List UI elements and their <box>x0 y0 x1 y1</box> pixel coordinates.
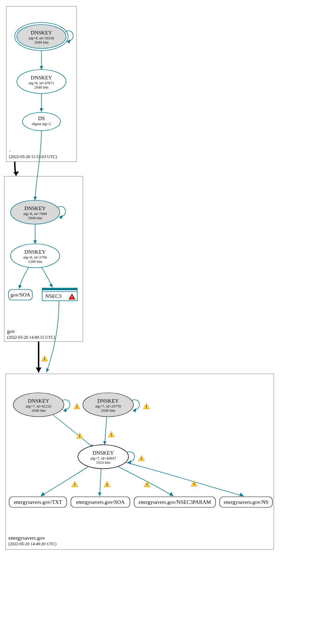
svg-marker-37 <box>36 367 41 372</box>
svg-text:DNSKEY: DNSKEY <box>93 450 114 456</box>
svg-text:digest alg=2: digest alg=2 <box>32 122 51 126</box>
svg-text:!: ! <box>79 434 80 438</box>
svg-text:2048 bits: 2048 bits <box>34 40 49 44</box>
svg-text:alg=8, id=47671: alg=8, id=47671 <box>29 81 54 85</box>
svg-text:2048 bits: 2048 bits <box>32 408 46 412</box>
svg-text:!: ! <box>193 482 195 486</box>
svg-marker-6 <box>40 66 43 70</box>
svg-text:!: ! <box>44 357 45 361</box>
warning-icon: ! <box>138 455 145 461</box>
edge-root-ksk-self <box>65 31 73 41</box>
svg-text:!: ! <box>71 295 73 299</box>
svg-text:DS: DS <box>38 116 45 121</box>
node-gov-ksk: DNSKEY alg=8, id=7698 2048 bits <box>11 200 60 224</box>
svg-text:1024 bits: 1024 bits <box>96 460 111 464</box>
svg-text:2048 bits: 2048 bits <box>28 216 42 220</box>
svg-text:!: ! <box>76 405 78 409</box>
svg-text:gov/SOA: gov/SOA <box>11 292 31 298</box>
warning-icon: ! <box>143 403 150 409</box>
svg-text:energysavers.gov/NS: energysavers.gov/NS <box>224 499 269 505</box>
svg-text:DNSKEY: DNSKEY <box>31 30 52 35</box>
zone-gov-ts: (2022-05-20 14:49:15 UTC) <box>7 335 55 340</box>
svg-marker-22 <box>33 240 37 244</box>
warning-icon: ! <box>191 481 197 486</box>
warning-icon: ! <box>74 403 80 409</box>
svg-marker-58 <box>103 441 106 445</box>
svg-marker-80 <box>239 493 244 496</box>
edge-es-zsk-ns <box>126 462 244 496</box>
svg-text:!: ! <box>141 457 142 461</box>
warning-icon: ! <box>41 356 48 361</box>
warning-icon: ! <box>72 481 78 487</box>
svg-marker-45 <box>63 408 67 412</box>
zone-root-label: . <box>9 147 11 153</box>
svg-text:DNSKEY: DNSKEY <box>25 249 46 255</box>
node-es-ksk1: DNSKEY alg=7, id=61233 2048 bits <box>13 393 64 417</box>
svg-text:energysavers.gov/NSEC3PARAM: energysavers.gov/NSEC3PARAM <box>139 499 211 505</box>
svg-text:NSEC3: NSEC3 <box>45 293 61 299</box>
edge-es-zsk-n3p <box>118 467 173 496</box>
svg-text:2048 bits: 2048 bits <box>101 408 115 412</box>
svg-rect-31 <box>42 288 77 290</box>
warning-icon: ! <box>144 481 150 487</box>
svg-text:!: ! <box>74 483 75 487</box>
svg-text:alg=8, id=20326: alg=8, id=20326 <box>29 36 54 40</box>
warning-icon: ! <box>77 433 83 438</box>
svg-text:energysavers.gov/SOA: energysavers.gov/SOA <box>76 499 125 505</box>
svg-text:alg=8, id=7698: alg=8, id=7698 <box>23 212 47 216</box>
svg-text:alg=7, id=20778: alg=7, id=20778 <box>95 404 121 408</box>
node-gov-zsk: DNSKEY alg=8, id=2706 1280 bits <box>11 244 60 268</box>
svg-text:DNSKEY: DNSKEY <box>31 75 52 80</box>
node-root-ds: DS digest alg=2 <box>22 112 60 131</box>
zone-gov-label: gov <box>7 328 15 334</box>
node-es-ksk2: DNSKEY alg=7, id=20778 2048 bits <box>83 393 133 417</box>
svg-marker-11 <box>40 108 43 112</box>
node-root-ksk: DNSKEY alg=8, id=20326 2048 bits <box>15 22 68 51</box>
warning-icon: ! <box>108 431 114 437</box>
zone-es-label: energysavers.gov <box>8 535 45 541</box>
svg-text:alg=7, id=61233: alg=7, id=61233 <box>26 404 52 408</box>
svg-text:!: ! <box>146 483 148 487</box>
svg-text:!: ! <box>111 433 112 437</box>
warning-icon: ! <box>104 481 110 487</box>
svg-text:energysavers.gov/TXT: energysavers.gov/TXT <box>14 499 62 505</box>
svg-marker-52 <box>133 408 136 412</box>
zone-root-ts: (2022-05-20 11:53:03 UTC) <box>9 154 57 159</box>
svg-text:DNSKEY: DNSKEY <box>25 206 46 211</box>
svg-marker-16 <box>33 197 37 200</box>
svg-text:DNSKEY: DNSKEY <box>28 398 49 404</box>
svg-text:alg=7, id=40847: alg=7, id=40847 <box>91 456 116 460</box>
svg-text:!: ! <box>106 483 108 487</box>
edge-ds-to-gov-ksk <box>35 131 41 200</box>
edge-es-ksk2-zsk <box>105 417 107 445</box>
svg-marker-72 <box>98 493 101 496</box>
svg-text:2048 bits: 2048 bits <box>34 85 49 89</box>
svg-marker-15 <box>13 171 19 176</box>
edge-es-zsk-soa <box>100 469 101 496</box>
svg-text:!: ! <box>146 405 147 409</box>
svg-text:DNSKEY: DNSKEY <box>98 398 119 404</box>
edge-es-ksk1-zsk <box>53 415 94 448</box>
svg-text:alg=8, id=2706: alg=8, id=2706 <box>23 255 47 259</box>
edge-es-zsk-txt <box>41 467 88 496</box>
node-es-zsk: DNSKEY alg=7, id=40847 1024 bits <box>78 445 128 469</box>
dnssec-graph: . (2022-05-20 11:53:03 UTC) DNSKEY alg=8… <box>0 0 331 644</box>
svg-text:1280 bits: 1280 bits <box>28 259 42 264</box>
zone-es-ts: (2022-05-20 14:49:20 UTC) <box>8 541 57 546</box>
svg-marker-21 <box>59 215 62 219</box>
node-root-zsk: DNSKEY alg=8, id=47671 2048 bits <box>17 70 66 93</box>
